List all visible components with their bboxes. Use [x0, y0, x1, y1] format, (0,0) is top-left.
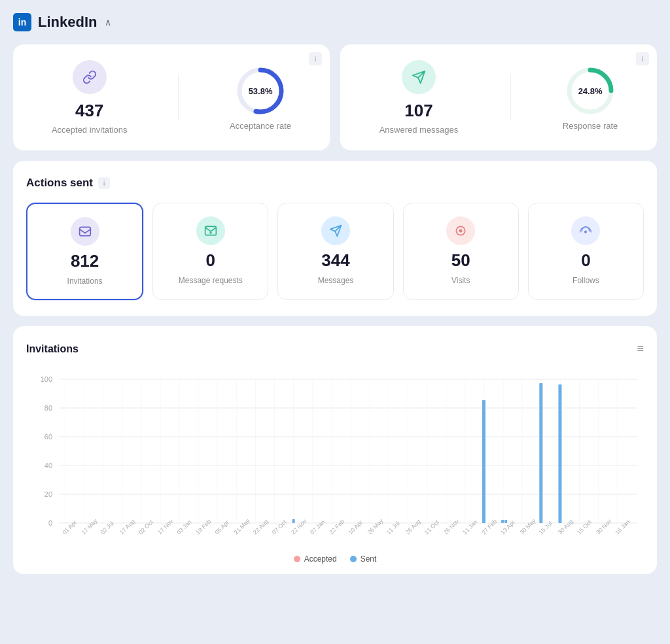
- chart-area: 100 80 60 40 20 0 01 Apr 17 May: [26, 366, 644, 549]
- action-card-visits[interactable]: 50 Visits: [403, 203, 519, 300]
- response-rate-stat: 24.8% Response rate: [563, 65, 618, 131]
- answered-messages-label: Answered messages: [379, 125, 459, 135]
- invitations-card: i 437 Accepted invitations: [13, 44, 330, 150]
- link-icon: [73, 60, 107, 94]
- svg-rect-81: [482, 400, 485, 523]
- response-rate-value: 24.8%: [578, 86, 603, 95]
- svg-text:07 Oct: 07 Oct: [271, 518, 288, 535]
- header: in LinkedIn ∧: [13, 13, 657, 31]
- acceptance-rate-value: 53.8%: [249, 86, 273, 95]
- actions-sent-section: Actions sent i 812 Invitations: [13, 161, 657, 316]
- acceptance-rate-circle: 53.8%: [234, 65, 287, 117]
- messages-count: 344: [321, 250, 349, 271]
- message-requests-action-icon: [196, 216, 225, 245]
- accepted-legend-label: Accepted: [304, 554, 337, 564]
- page-title: LinkedIn: [38, 14, 97, 31]
- message-requests-label: Message requests: [179, 276, 243, 285]
- legend-sent: Sent: [350, 554, 377, 564]
- response-rate-circle: 24.8%: [564, 65, 616, 117]
- svg-text:17 Nov: 17 Nov: [156, 518, 175, 536]
- svg-rect-84: [539, 383, 542, 523]
- chart-legend: Accepted Sent: [26, 554, 644, 564]
- response-rate-label: Response rate: [563, 121, 618, 131]
- answered-messages-stat: 107 Answered messages: [379, 60, 459, 135]
- svg-text:22 Aug: 22 Aug: [252, 518, 270, 536]
- message-icon: [402, 60, 436, 94]
- divider: [178, 75, 179, 120]
- svg-text:03 Jan: 03 Jan: [175, 518, 192, 535]
- svg-text:18 Feb: 18 Feb: [194, 518, 212, 536]
- linkedin-logo-icon: in: [13, 13, 31, 31]
- messages-action-icon: [321, 216, 350, 245]
- svg-text:30 Nov: 30 Nov: [595, 518, 613, 536]
- invitations-label: Invitations: [67, 277, 103, 286]
- action-card-follows[interactable]: 0 Follows: [528, 203, 644, 300]
- svg-point-7: [584, 231, 587, 233]
- svg-text:17 Aug: 17 Aug: [118, 518, 136, 536]
- svg-text:10 Apr: 10 Apr: [347, 519, 364, 535]
- svg-text:16 Jan: 16 Jan: [614, 518, 631, 535]
- acceptance-rate-stat: 53.8% Acceptance rate: [230, 65, 291, 131]
- top-stats-row: i 437 Accepted invitations: [13, 44, 657, 150]
- accepted-legend-dot: [294, 556, 300, 562]
- svg-rect-80: [292, 519, 295, 523]
- svg-text:40: 40: [44, 462, 52, 469]
- svg-text:15 Oct: 15 Oct: [576, 518, 593, 535]
- svg-rect-83: [504, 520, 507, 523]
- svg-text:80: 80: [44, 404, 52, 412]
- svg-text:17 May: 17 May: [80, 517, 99, 535]
- svg-text:100: 100: [41, 375, 52, 383]
- svg-text:26 May: 26 May: [366, 517, 385, 535]
- messages-card: i 107 Answered messages: [340, 44, 657, 150]
- svg-rect-4: [79, 227, 90, 235]
- accepted-invitations-stat: 437 Accepted invitations: [52, 60, 128, 135]
- svg-text:0: 0: [48, 519, 52, 527]
- accepted-invitations-value: 437: [75, 101, 103, 121]
- svg-rect-82: [501, 520, 504, 523]
- chart-section: Invitations ≡ 100 80 60 40 20: [13, 326, 657, 574]
- messages-label: Messages: [318, 276, 354, 285]
- svg-text:02 Oct: 02 Oct: [137, 518, 154, 535]
- invitations-count: 812: [71, 251, 99, 271]
- invitations-action-icon: [71, 217, 99, 246]
- chart-header: Invitations ≡: [26, 342, 644, 356]
- svg-text:26 Aug: 26 Aug: [404, 518, 422, 536]
- legend-accepted: Accepted: [294, 554, 337, 564]
- follows-count: 0: [581, 250, 590, 271]
- actions-section-header: Actions sent i: [26, 177, 644, 190]
- follows-label: Follows: [573, 276, 599, 285]
- action-card-message-requests[interactable]: 0 Message requests: [152, 203, 268, 300]
- follows-action-icon: [571, 216, 600, 245]
- svg-text:07 Jan: 07 Jan: [309, 518, 326, 535]
- accepted-invitations-label: Accepted invitations: [52, 125, 128, 135]
- visits-action-icon: [446, 216, 475, 245]
- svg-text:11 Jan: 11 Jan: [461, 518, 478, 535]
- svg-point-6: [459, 229, 463, 233]
- svg-text:11 Jul: 11 Jul: [385, 520, 401, 535]
- svg-text:22 Feb: 22 Feb: [328, 518, 345, 536]
- chart-title: Invitations: [26, 343, 79, 355]
- acceptance-rate-label: Acceptance rate: [230, 121, 291, 131]
- svg-text:02 Jul: 02 Jul: [99, 520, 115, 535]
- svg-text:01 Apr: 01 Apr: [62, 519, 79, 535]
- action-card-invitations[interactable]: 812 Invitations: [26, 203, 143, 300]
- action-cards-row: 812 Invitations 0 Message requests: [26, 203, 644, 300]
- divider-2: [510, 75, 511, 120]
- actions-info-button[interactable]: i: [98, 177, 110, 189]
- answered-messages-value: 107: [404, 101, 432, 121]
- actions-sent-title: Actions sent: [26, 177, 93, 190]
- svg-rect-85: [558, 384, 561, 523]
- chart-menu-icon[interactable]: ≡: [637, 342, 644, 356]
- info-button-right[interactable]: i: [636, 52, 649, 65]
- visits-label: Visits: [451, 276, 470, 285]
- chart-svg: 100 80 60 40 20 0 01 Apr 17 May: [26, 366, 644, 549]
- svg-text:30 May: 30 May: [519, 517, 537, 535]
- chevron-down-icon[interactable]: ∧: [105, 17, 111, 27]
- main-container: in LinkedIn ∧ i 437 Accepted invitations: [13, 13, 657, 574]
- svg-text:05 Apr: 05 Apr: [214, 519, 231, 535]
- sent-legend-dot: [350, 556, 357, 562]
- svg-text:26 Nov: 26 Nov: [442, 518, 461, 536]
- action-card-messages[interactable]: 344 Messages: [277, 203, 393, 300]
- message-requests-count: 0: [206, 250, 215, 271]
- info-button-left[interactable]: i: [309, 52, 322, 65]
